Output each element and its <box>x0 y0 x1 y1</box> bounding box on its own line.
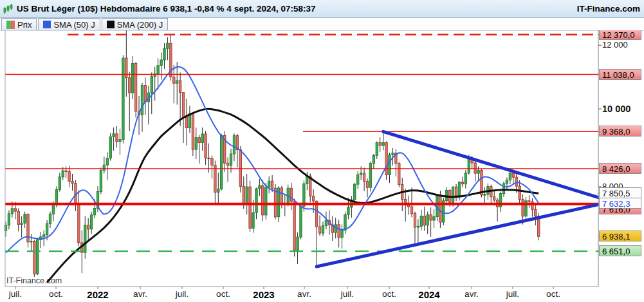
legend-tab-sma50[interactable]: SMA (50) J <box>38 18 100 30</box>
price-level-badge[interactable]: 12 370,0 <box>599 29 641 40</box>
x-axis-year-label: 2024 <box>418 289 439 300</box>
candlestick-chart-icon <box>3 4 13 14</box>
chart-window: US Brut Léger (10$) Hebdomadaire 6 938,1… <box>0 0 644 302</box>
x-axis-month-label: oct. <box>49 289 63 299</box>
x-axis-year-label: 2022 <box>87 289 108 300</box>
x-axis-year-label: 2023 <box>253 289 274 300</box>
x-axis-month-label: juil. <box>9 289 22 299</box>
price-level-badge[interactable]: 6 651,0 <box>599 245 641 256</box>
sma50-color-swatch <box>43 21 51 28</box>
price-level-badge[interactable]: 8 426,0 <box>599 163 641 174</box>
x-axis-month-label: avr. <box>133 289 147 299</box>
y-axis-tick-label: 10 000 <box>602 104 630 114</box>
x-axis-month-label: juil. <box>506 289 519 299</box>
y-axis-tick-label: 12 000 <box>602 40 628 50</box>
x-axis-month-label: juil. <box>176 289 189 299</box>
title-bar: US Brut Léger (10$) Hebdomadaire 6 938,1… <box>0 0 644 18</box>
plot-area[interactable] <box>0 0 644 302</box>
sma200-color-swatch <box>107 21 115 28</box>
legend-label-price: Prix <box>17 20 32 30</box>
price-level-badge[interactable]: 11 038,0 <box>599 69 641 80</box>
legend-bar: Prix SMA (50) J SMA (200) J <box>0 18 644 30</box>
legend-label-sma200: SMA (200) J <box>117 20 163 30</box>
price-value-badge[interactable]: 6 938,1 <box>599 231 641 241</box>
price-level-badge[interactable]: 9 368,0 <box>599 126 641 137</box>
x-axis-month-label: avr. <box>465 289 479 299</box>
legend-label-sma50: SMA (50) J <box>53 20 95 30</box>
chart-title: US Brut Léger (10$) Hebdomadaire 6 938,1… <box>17 4 315 14</box>
x-axis-month-label: oct. <box>546 289 560 299</box>
x-axis-month-label: avr. <box>297 289 311 299</box>
x-axis-month-label: juil. <box>341 289 354 299</box>
x-axis-month-label: oct. <box>216 289 230 299</box>
legend-tab-price[interactable]: Prix <box>1 18 37 30</box>
brand-link[interactable]: IT-Finance.com <box>577 4 640 14</box>
x-axis-month-label: oct. <box>382 289 396 299</box>
sma50-value-badge[interactable]: 7 632,3 <box>599 198 641 209</box>
price-candles-icon <box>6 21 15 29</box>
legend-tab-sma200[interactable]: SMA (200) J <box>102 18 169 30</box>
